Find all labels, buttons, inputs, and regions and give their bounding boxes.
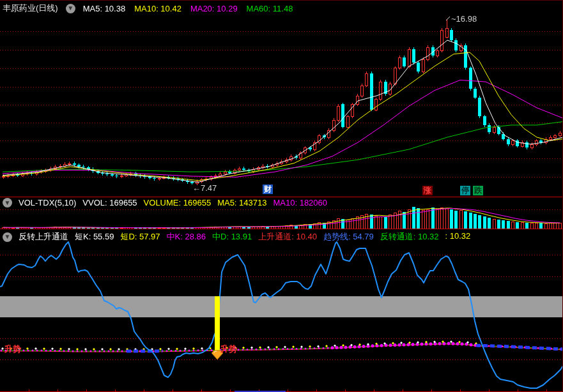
main-candlestick-chart[interactable] <box>0 1 563 197</box>
uptrend-label: 升势 <box>4 343 21 355</box>
volume-value-label: VVOL: 169655 <box>82 198 137 207</box>
indicator-value-label: 趋势线: 54.79 <box>323 231 374 243</box>
indicator-value-label: 短K: 55.59 <box>75 231 114 243</box>
volume-value-label: MA5: 143713 <box>217 198 266 207</box>
oscillator-chart[interactable] <box>0 229 563 392</box>
limit-down-badge: 跌 <box>473 186 483 195</box>
indicator-value-label: 中K: 28.86 <box>167 231 206 243</box>
indicator-value-label: : 10.32 <box>445 231 470 243</box>
chevron-down-icon[interactable]: ▼ <box>3 232 12 242</box>
halt-badge: 停 <box>460 186 470 195</box>
stock-chart-window: 丰原药业(日线) ▼ MA5: 10.38MA10: 10.42MA20: 10… <box>0 0 563 392</box>
volume-value-label: VOLUME: 169655 <box>144 198 212 207</box>
stock-title: 丰原药业(日线) <box>3 3 58 14</box>
ma-value-label: MA5: 10.38 <box>83 4 126 13</box>
indicator-value-label: 中D: 13.91 <box>212 231 252 243</box>
panel-divider <box>0 229 563 229</box>
ma-value-label: MA60: 11.48 <box>247 4 293 13</box>
peak-price-annotation: ~16.98 <box>451 14 477 24</box>
volume-header: ▼ VOL-TDX(5,10)VVOL: 169655VOLUME: 16965… <box>3 198 327 207</box>
indicator-value-label: 上升通道: 10.40 <box>258 231 317 243</box>
limit-up-badge: 涨 <box>422 186 433 195</box>
main-chart-header: 丰原药业(日线) ▼ MA5: 10.38MA10: 10.42MA20: 10… <box>3 3 293 14</box>
chevron-down-icon[interactable]: ▼ <box>66 4 75 13</box>
volume-value-label: VOL-TDX(5,10) <box>19 198 76 207</box>
chevron-down-icon[interactable]: ▼ <box>3 198 12 207</box>
indicator-value-label: 短D: 57.97 <box>120 231 160 243</box>
panel-divider <box>0 197 563 197</box>
indicator-value-label: 反转通道: 10.32 <box>380 231 439 243</box>
indicator-header: ▼ 反转上升通道短K: 55.59短D: 57.97中K: 28.86中D: 1… <box>3 231 470 243</box>
finance-news-badge: 财 <box>263 185 273 194</box>
ma-value-label: MA10: 10.42 <box>134 4 181 13</box>
ma-value-label: MA20: 10.29 <box>190 4 238 13</box>
indicator-value-label: 反转上升通道 <box>19 231 68 243</box>
uptrend-label: 升势 <box>220 343 237 355</box>
low-price-annotation: ←7.47 <box>192 183 217 193</box>
volume-value-label: MA10: 182060 <box>273 198 327 207</box>
